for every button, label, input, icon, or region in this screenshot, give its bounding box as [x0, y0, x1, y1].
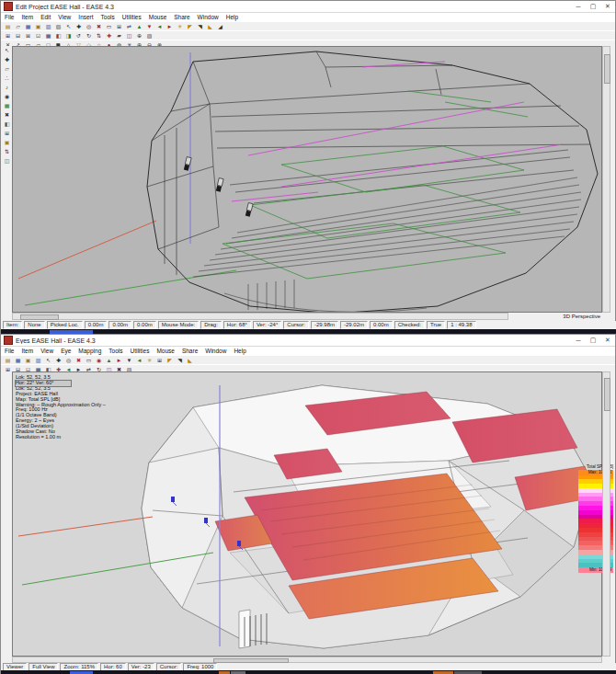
pan-icon[interactable]: ✚ — [53, 356, 63, 364]
open-room-icon[interactable]: ▣ — [23, 356, 33, 364]
next-item-icon[interactable]: ► — [165, 22, 175, 30]
mapping-3d-view[interactable]: Lok: 52, 52, 3.5Hor: 22° Ver: 60°Lok: 52… — [12, 371, 602, 657]
table-view-icon[interactable]: ⊞ — [114, 22, 124, 30]
measure-tool-icon[interactable]: ⇅ — [3, 147, 12, 156]
menu-item[interactable]: Mapping — [74, 348, 105, 354]
walker-icon[interactable]: ▲ — [104, 356, 114, 364]
insert-origin-icon[interactable]: ⊕ — [134, 31, 144, 40]
run-icon[interactable]: ► — [114, 356, 124, 364]
vertex-tool-icon[interactable]: ∴ — [3, 74, 12, 83]
flag-vertices-icon[interactable]: ◤ — [185, 22, 195, 30]
wireframe-3d-view[interactable] — [12, 46, 602, 313]
listener-seat-tool-icon[interactable]: ◉ — [3, 92, 12, 101]
save-as-icon[interactable]: ▥ — [43, 22, 53, 30]
flag-c-icon[interactable]: ◣ — [185, 356, 195, 364]
flag-objects-icon[interactable]: ◢ — [215, 22, 225, 30]
frame-icon[interactable]: ▭ — [104, 22, 114, 30]
maximize-button[interactable]: ▢ — [586, 335, 600, 346]
crosshair-tool-icon[interactable]: ✚ — [3, 55, 12, 64]
menu-item[interactable]: Mouse — [153, 348, 178, 354]
remove-grid-icon[interactable]: ⊟ — [13, 31, 23, 40]
prev-item-icon[interactable]: ◄ — [154, 22, 165, 30]
delete-icon[interactable]: ✖ — [94, 22, 104, 30]
menu-item[interactable]: Edit — [37, 14, 54, 20]
paint-left-icon[interactable]: ◧ — [53, 31, 63, 40]
menu-item[interactable]: Tools — [105, 348, 126, 354]
menu-item[interactable]: Eye — [57, 348, 74, 354]
redo-icon[interactable]: ↻ — [84, 31, 94, 40]
window-split-icon[interactable]: ◫ — [124, 31, 134, 40]
menu-item[interactable]: Share — [178, 348, 201, 354]
minimize-button[interactable]: ─ — [571, 335, 586, 346]
undo-icon[interactable]: ↺ — [74, 31, 84, 40]
maximize-button[interactable]: ▢ — [586, 1, 600, 12]
open-folder-icon[interactable]: ▣ — [33, 22, 43, 30]
menu-item[interactable]: Utilities — [126, 348, 153, 354]
move-up-icon[interactable]: ▲ — [134, 22, 144, 30]
menu-item[interactable]: Item — [17, 348, 37, 354]
flag-a-icon[interactable]: ◤ — [165, 356, 175, 364]
menu-item[interactable]: Window — [201, 348, 230, 354]
cell-icon[interactable]: ⊡ — [33, 31, 43, 40]
surface-tool-icon[interactable]: ◧ — [3, 120, 12, 129]
menu-item[interactable]: Insert — [74, 14, 97, 20]
menu-item[interactable]: View — [54, 14, 74, 20]
flag-b-icon[interactable]: ◥ — [175, 356, 185, 364]
menu-item[interactable]: Share — [170, 14, 193, 20]
table-icon[interactable]: ▦ — [43, 31, 53, 40]
save-project-icon[interactable]: ▦ — [13, 356, 23, 364]
menu-item[interactable]: View — [37, 348, 57, 354]
grid-icon[interactable]: ⊞ — [3, 31, 13, 40]
paint-right-icon[interactable]: ◨ — [63, 31, 74, 40]
flag-faces-icon[interactable]: ◥ — [195, 22, 205, 30]
loudspeaker-tool-icon[interactable]: ♪ — [3, 83, 12, 92]
edit-title-bar[interactable]: Edit Project EASE Hall - EASE 4.3 ─ ▢ ✕ — [1, 1, 615, 13]
open-project-icon[interactable]: ▤ — [3, 22, 13, 30]
solid-face-icon[interactable]: ▰ — [114, 31, 124, 40]
menu-item[interactable]: File — [1, 14, 17, 20]
swap-icon[interactable]: ⇅ — [94, 31, 104, 40]
layers-tool-icon[interactable]: ◫ — [3, 156, 12, 166]
edge-tool-icon[interactable]: ✖ — [3, 110, 12, 120]
check-data-icon[interactable]: ✳ — [175, 22, 185, 30]
menu-item[interactable]: Utilities — [119, 14, 145, 20]
pan-icon[interactable]: ✚ — [74, 22, 84, 30]
menu-item[interactable]: Tools — [97, 14, 119, 20]
close-button[interactable]: ✕ — [600, 335, 615, 346]
menu-item[interactable]: Help — [222, 14, 242, 20]
move-down-icon[interactable]: ▼ — [144, 22, 154, 30]
face-tool-icon[interactable]: ▱ — [3, 64, 12, 74]
grid-tool-icon[interactable]: ⊞ — [3, 129, 12, 138]
hatch-icon[interactable]: ▨ — [144, 31, 154, 40]
edit-vertical-scrollbar[interactable] — [602, 46, 610, 313]
close-grid-icon[interactable]: ⊠ — [23, 31, 33, 40]
audience-area-tool-icon[interactable]: ▦ — [3, 101, 12, 110]
edit-horizontal-scrollbar[interactable] — [12, 313, 508, 320]
object-tool-icon[interactable]: ▣ — [3, 138, 12, 147]
close-button[interactable]: ✕ — [600, 1, 615, 12]
grid-icon[interactable]: ⊞ — [154, 356, 165, 364]
add-vertex-icon[interactable]: ✚ — [104, 31, 114, 40]
menu-item[interactable]: Item — [17, 14, 37, 20]
new-project-icon[interactable]: ▱ — [13, 22, 23, 30]
zoom-window-icon[interactable]: ◎ — [84, 22, 94, 30]
menu-item[interactable]: File — [1, 348, 17, 354]
minimize-button[interactable]: ─ — [571, 1, 586, 12]
save-picture-icon[interactable]: ▥ — [33, 356, 43, 364]
eyes-title-bar[interactable]: Eyes EASE Hall - EASE 4.3 ─ ▢ ✕ — [1, 335, 615, 347]
frame-icon[interactable]: ▭ — [84, 356, 94, 364]
menu-item[interactable]: Help — [230, 348, 249, 354]
step-down-icon[interactable]: ▼ — [124, 356, 134, 364]
import-dxf-icon[interactable]: ▧ — [53, 22, 63, 30]
mirror-icon[interactable]: ⇄ — [124, 22, 134, 30]
zoom-window-icon[interactable]: ◎ — [63, 356, 74, 364]
select-tool-icon[interactable]: ↖ — [3, 46, 12, 55]
pointer-icon[interactable]: ↖ — [63, 22, 74, 30]
open-project-icon[interactable]: ▤ — [3, 356, 13, 364]
menu-item[interactable]: Window — [194, 14, 222, 20]
render-mapping-icon[interactable]: ◉ — [94, 356, 104, 364]
delete-icon[interactable]: ✖ — [74, 356, 84, 364]
flag-edges-icon[interactable]: ◣ — [205, 22, 215, 30]
pointer-icon[interactable]: ↖ — [43, 356, 53, 364]
light-icon[interactable]: ✳ — [144, 356, 154, 364]
